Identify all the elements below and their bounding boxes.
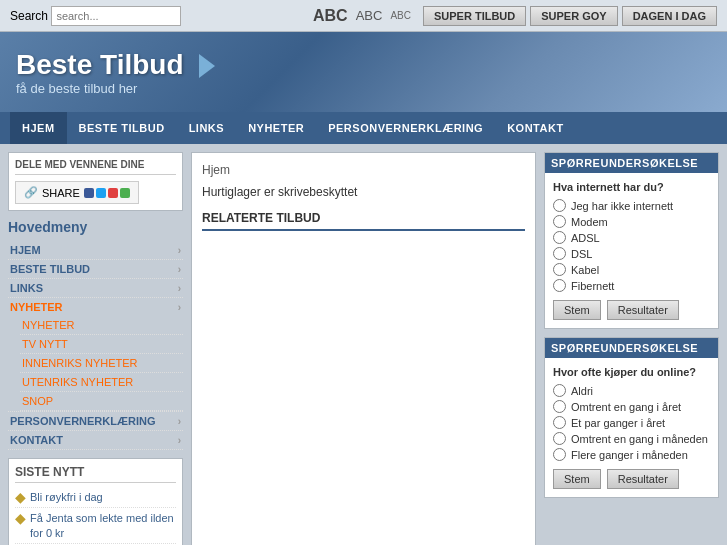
chevron-right-icon: › bbox=[178, 416, 181, 427]
bullet-icon: ◆ bbox=[15, 490, 26, 504]
poll2-box: SPØRREUNDERSØKELSE Hvor ofte kjøper du o… bbox=[544, 337, 719, 498]
nav-item-hjem[interactable]: HJEM bbox=[10, 112, 67, 144]
sidebar-submenu-item: TV NYTT bbox=[20, 335, 183, 354]
poll1-box: SPØRREUNDERSØKELSE Hva internett har du?… bbox=[544, 152, 719, 329]
nav-item-personvernerklæring[interactable]: PERSONVERNERKLÆRING bbox=[316, 112, 495, 144]
chevron-right-icon: › bbox=[178, 283, 181, 294]
share-button[interactable]: 🔗 SHARE bbox=[15, 181, 139, 204]
bullet-icon: ◆ bbox=[15, 511, 26, 525]
arrow-icon bbox=[199, 54, 215, 78]
poll2-buttons: Stem Resultater bbox=[553, 469, 710, 489]
site-title: Beste Tilbud bbox=[16, 49, 215, 81]
chevron-right-icon: › bbox=[178, 435, 181, 446]
poll-option-label: Flere ganger i måneden bbox=[571, 449, 688, 461]
poll-radio[interactable] bbox=[553, 263, 566, 276]
sidebar-menu-link[interactable]: LINKS› bbox=[8, 279, 183, 297]
nav-item-nyheter[interactable]: NYHETER bbox=[236, 112, 316, 144]
chevron-right-icon: › bbox=[178, 264, 181, 275]
sidebar-menu-link[interactable]: PERSONVERNERKLÆRING› bbox=[8, 412, 183, 430]
google-dot bbox=[108, 188, 118, 198]
poll1-stem-button[interactable]: Stem bbox=[553, 300, 601, 320]
poll-option-label: Jeg har ikke internett bbox=[571, 200, 673, 212]
sidebar-submenu-link[interactable]: SNOP bbox=[20, 392, 183, 410]
sidebar-menu-link[interactable]: HJEM› bbox=[8, 241, 183, 259]
top-bar: Search ABC ABC ABC SUPER TILBUD SUPER GO… bbox=[0, 0, 727, 32]
poll-radio[interactable] bbox=[553, 416, 566, 429]
poll-radio[interactable] bbox=[553, 247, 566, 260]
sidebar-menu-item: PERSONVERNERKLÆRING› bbox=[8, 412, 183, 431]
sidebar-submenu-link[interactable]: NYHETER bbox=[20, 316, 183, 334]
nav-item-links[interactable]: LINKS bbox=[177, 112, 237, 144]
nav-item-kontakt[interactable]: KONTAKT bbox=[495, 112, 575, 144]
poll2-resultater-button[interactable]: Resultater bbox=[607, 469, 679, 489]
sidebar-submenu-link[interactable]: INNENRIKS NYHETER bbox=[20, 354, 183, 372]
abc-small[interactable]: ABC bbox=[390, 10, 411, 21]
site-subtitle: få de beste tilbud her bbox=[16, 81, 215, 96]
main-nav: HJEMBESTE TILBUDLINKSNYHETERPERSONVERNER… bbox=[0, 112, 727, 144]
site-header: Beste Tilbud få de beste tilbud her bbox=[0, 32, 727, 112]
poll1-title: SPØRREUNDERSØKELSE bbox=[545, 153, 718, 173]
poll1-question: Hva internett har du? bbox=[553, 181, 710, 193]
sidebar: DELE MED VENNENE DINE 🔗 SHARE Hovedmeny … bbox=[8, 152, 183, 545]
content-text: Hurtiglager er skrivebeskyttet bbox=[202, 185, 525, 199]
poll2-question: Hvor ofte kjøper du online? bbox=[553, 366, 710, 378]
siste-nytt-title: SISTE NYTT bbox=[15, 465, 176, 483]
siste-nytt-link[interactable]: Få Jenta som lekte med ilden for 0 kr bbox=[30, 511, 176, 540]
poll-radio[interactable] bbox=[553, 199, 566, 212]
abc-medium[interactable]: ABC bbox=[356, 8, 383, 23]
sidebar-menu-link[interactable]: BESTE TILBUD› bbox=[8, 260, 183, 278]
poll-radio[interactable] bbox=[553, 215, 566, 228]
sidebar-submenu-item: UTENRIKS NYHETER bbox=[20, 373, 183, 392]
poll-radio[interactable] bbox=[553, 231, 566, 244]
search-input[interactable] bbox=[51, 6, 181, 26]
poll-option: Et par ganger i året bbox=[553, 416, 710, 429]
share-title: DELE MED VENNENE DINE bbox=[15, 159, 176, 175]
poll-option: Flere ganger i måneden bbox=[553, 448, 710, 461]
poll2-options: AldriOmtrent en gang i åretEt par ganger… bbox=[553, 384, 710, 461]
poll-option: Omtrent en gang i måneden bbox=[553, 432, 710, 445]
sidebar-menu-item: BESTE TILBUD› bbox=[8, 260, 183, 279]
sidebar-submenu-link[interactable]: UTENRIKS NYHETER bbox=[20, 373, 183, 391]
poll-radio[interactable] bbox=[553, 384, 566, 397]
sidebar-submenu-link[interactable]: TV NYTT bbox=[20, 335, 183, 353]
poll-option: Modem bbox=[553, 215, 710, 228]
share-icon: 🔗 bbox=[24, 186, 38, 199]
super-goy-button[interactable]: SUPER GOY bbox=[530, 6, 617, 26]
related-header: RELATERTE TILBUD bbox=[202, 211, 525, 231]
poll-radio[interactable] bbox=[553, 448, 566, 461]
poll-option-label: Et par ganger i året bbox=[571, 417, 665, 429]
poll2-title: SPØRREUNDERSØKELSE bbox=[545, 338, 718, 358]
search-label: Search bbox=[10, 9, 48, 23]
nav-item-beste-tilbud[interactable]: BESTE TILBUD bbox=[67, 112, 177, 144]
poll-option: Aldri bbox=[553, 384, 710, 397]
sidebar-menu-link[interactable]: NYHETER› bbox=[8, 298, 183, 316]
siste-nytt-link[interactable]: Bli røykfri i dag bbox=[30, 490, 103, 504]
main-content: DELE MED VENNENE DINE 🔗 SHARE Hovedmeny … bbox=[0, 144, 727, 545]
sidebar-submenu-item: INNENRIKS NYHETER bbox=[20, 354, 183, 373]
right-panel: SPØRREUNDERSØKELSE Hva internett har du?… bbox=[544, 152, 719, 545]
poll-option: ADSL bbox=[553, 231, 710, 244]
share-section: DELE MED VENNENE DINE 🔗 SHARE bbox=[8, 152, 183, 211]
poll1-resultater-button[interactable]: Resultater bbox=[607, 300, 679, 320]
siste-nytt-section: SISTE NYTT ◆Bli røykfri i dag◆Få Jenta s… bbox=[8, 458, 183, 545]
chevron-right-icon: › bbox=[178, 302, 181, 313]
sidebar-menu-item: LINKS› bbox=[8, 279, 183, 298]
poll-radio[interactable] bbox=[553, 432, 566, 445]
poll-option-label: Omtrent en gang i året bbox=[571, 401, 681, 413]
poll-option-label: Kabel bbox=[571, 264, 599, 276]
facebook-dot bbox=[84, 188, 94, 198]
share-dots bbox=[84, 188, 130, 198]
sidebar-submenu-item: NYHETER bbox=[20, 316, 183, 335]
poll-option: DSL bbox=[553, 247, 710, 260]
sidebar-menu: HJEM›BESTE TILBUD›LINKS›NYHETER›NYHETERT… bbox=[8, 241, 183, 450]
poll-radio[interactable] bbox=[553, 400, 566, 413]
super-tilbud-button[interactable]: SUPER TILBUD bbox=[423, 6, 526, 26]
abc-large[interactable]: ABC bbox=[313, 7, 348, 25]
poll1-options: Jeg har ikke internettModemADSLDSLKabelF… bbox=[553, 199, 710, 292]
poll2-stem-button[interactable]: Stem bbox=[553, 469, 601, 489]
sidebar-menu-item: NYHETER›NYHETERTV NYTTINNENRIKS NYHETERU… bbox=[8, 298, 183, 412]
sidebar-menu-link[interactable]: KONTAKT› bbox=[8, 431, 183, 449]
dagen-i-dag-button[interactable]: DAGEN I DAG bbox=[622, 6, 717, 26]
poll-option-label: ADSL bbox=[571, 232, 600, 244]
poll-radio[interactable] bbox=[553, 279, 566, 292]
